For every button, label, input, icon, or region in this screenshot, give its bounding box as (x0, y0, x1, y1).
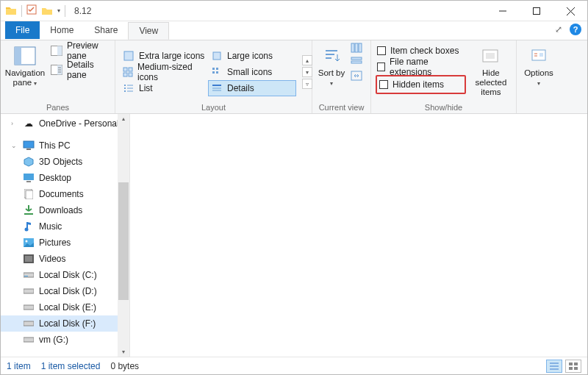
svg-rect-59 (24, 273, 34, 277)
view-mode-details-button[interactable] (546, 360, 562, 373)
nav-local-disk-e[interactable]: Local Disk (E:) (1, 299, 129, 315)
svg-rect-23 (216, 71, 218, 74)
nav-network[interactable]: ›Network (1, 354, 129, 357)
desktop-icon (23, 172, 35, 184)
nav-desktop[interactable]: Desktop (1, 170, 129, 186)
qat-properties-icon[interactable] (26, 4, 37, 17)
group-show-hide: Item check boxes File name extensions Hi… (371, 40, 517, 113)
drive-icon (23, 269, 35, 281)
svg-rect-47 (24, 141, 34, 148)
layout-gallery[interactable]: Extra large icons Large icons Medium-siz… (120, 48, 296, 96)
nav-vm-g[interactable]: vm (G:) (1, 332, 129, 348)
qat-customize-icon[interactable]: ▾ (57, 7, 60, 14)
svg-rect-16 (123, 68, 127, 71)
help-icon[interactable]: ? (570, 24, 581, 35)
svg-point-54 (25, 228, 29, 232)
options-button[interactable]: Options▾ (521, 43, 556, 88)
group-panes-label: Panes (5, 101, 110, 112)
layout-scroll-down-icon[interactable]: ▾ (302, 67, 312, 77)
navigation-pane[interactable]: ›☁OneDrive - Personal ⌄This PC 3D Object… (1, 114, 130, 357)
layout-large-icons[interactable]: Large icons (208, 48, 296, 64)
group-current-view-label: Current view (317, 101, 366, 112)
tab-view[interactable]: View (128, 22, 169, 40)
svg-rect-60 (24, 276, 28, 276)
group-by-icon[interactable] (351, 57, 362, 69)
svg-rect-61 (24, 289, 34, 293)
nav-music[interactable]: Music (1, 218, 129, 235)
nav-scrollbar[interactable]: ▴ ▾ (118, 114, 129, 357)
group-layout-label: Layout (120, 101, 307, 112)
minimize-ribbon-icon[interactable]: ⤢ (553, 24, 564, 35)
svg-rect-62 (24, 305, 34, 310)
tab-home[interactable]: Home (40, 21, 84, 39)
svg-rect-18 (123, 73, 127, 76)
folder-icon (5, 5, 17, 17)
status-item-count: 1 item (7, 361, 31, 371)
layout-expand-icon[interactable]: ▿ (302, 79, 312, 89)
music-icon (23, 221, 35, 232)
add-columns-icon[interactable] (351, 43, 362, 55)
group-layout: Extra large icons Large icons Medium-siz… (115, 40, 312, 113)
group-options: Options▾ (517, 40, 561, 113)
nav-videos[interactable]: Videos (1, 251, 129, 267)
nav-onedrive[interactable]: ›☁OneDrive - Personal (1, 115, 129, 132)
preview-pane-button[interactable]: Preview pane (49, 43, 110, 59)
nav-pictures[interactable]: Pictures (1, 235, 129, 251)
title-bar: ▾ 8.12 (1, 1, 587, 21)
sort-by-button[interactable]: Sort by ▾ (317, 43, 346, 88)
layout-scroll-up-icon[interactable]: ▴ (302, 55, 312, 65)
view-mode-thumbnails-button[interactable] (565, 360, 581, 373)
navigation-pane-button[interactable]: Navigation pane ▾ (5, 43, 45, 88)
nav-documents[interactable]: Documents (1, 186, 129, 202)
svg-rect-64 (24, 338, 34, 342)
checkbox-icon (379, 80, 388, 89)
minimize-button[interactable] (486, 1, 520, 21)
hide-selected-items-button[interactable]: Hide selected items (470, 43, 512, 97)
layout-small-icons[interactable]: Small icons (208, 64, 296, 80)
scroll-up-icon[interactable]: ▴ (121, 114, 126, 124)
svg-rect-72 (569, 367, 573, 370)
svg-rect-71 (574, 362, 578, 365)
maximize-button[interactable] (520, 1, 553, 21)
status-size: 0 bytes (110, 361, 139, 371)
nav-downloads[interactable]: Downloads (1, 202, 129, 218)
svg-rect-8 (57, 46, 62, 56)
svg-rect-22 (212, 71, 215, 74)
tab-file[interactable]: File (5, 21, 40, 39)
nav-this-pc[interactable]: ⌄This PC (1, 138, 129, 154)
pc-icon (23, 140, 35, 151)
file-name-extensions[interactable]: File name extensions (376, 59, 466, 75)
hidden-items[interactable]: Hidden items (378, 76, 462, 93)
svg-rect-36 (351, 43, 354, 52)
nav-local-disk-f[interactable]: Local Disk (F:) (1, 315, 129, 332)
qat-newfolder-icon[interactable] (41, 5, 53, 17)
close-button[interactable] (553, 1, 587, 21)
nav-local-disk-c[interactable]: Local Disk (C:) (1, 267, 129, 283)
videos-icon (23, 253, 35, 265)
size-columns-icon[interactable] (351, 71, 362, 83)
svg-rect-26 (124, 88, 126, 89)
svg-rect-14 (124, 51, 133, 60)
drive-icon (23, 285, 35, 297)
group-show-hide-label: Show/hide (376, 101, 512, 112)
scroll-down-icon[interactable]: ▾ (121, 347, 126, 357)
nav-3d-objects[interactable]: 3D Objects (1, 154, 129, 170)
svg-rect-6 (15, 47, 21, 65)
checkbox-icon (377, 46, 386, 55)
svg-rect-40 (351, 61, 362, 63)
layout-details[interactable]: Details (208, 80, 296, 96)
svg-rect-2 (534, 8, 540, 15)
tab-share[interactable]: Share (84, 21, 128, 39)
content-pane[interactable] (130, 114, 587, 357)
scroll-thumb[interactable] (118, 182, 129, 300)
layout-list[interactable]: List (120, 80, 208, 96)
details-pane-button[interactable]: Details pane (49, 62, 110, 78)
svg-rect-58 (25, 256, 32, 262)
ribbon-tabs: File Home Share View ⤢ ? (1, 21, 587, 40)
nav-local-disk-d[interactable]: Local Disk (D:) (1, 283, 129, 299)
svg-rect-52 (26, 190, 33, 199)
layout-medium-icons[interactable]: Medium-sized icons (120, 64, 208, 80)
pictures-icon (23, 237, 35, 249)
status-bar: 1 item 1 item selected 0 bytes (1, 357, 587, 374)
svg-rect-63 (24, 321, 34, 326)
